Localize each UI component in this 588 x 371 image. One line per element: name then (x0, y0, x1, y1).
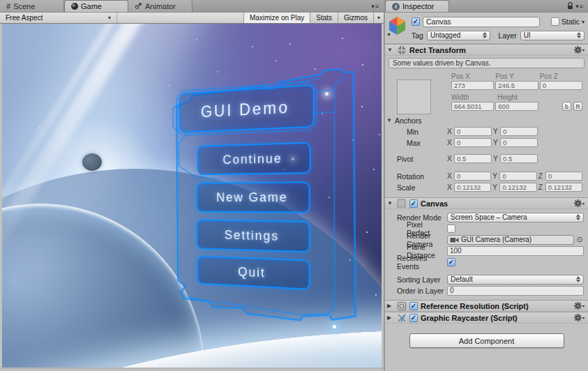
receives-events-label: Receives Events (385, 254, 447, 271)
canvas-component-header[interactable]: ▼ ✓ Canvas ▾ (385, 197, 588, 209)
gameobject-icon[interactable]: ▼ (387, 15, 408, 36)
pos-z-label: Pos Z (540, 73, 582, 80)
icon-picker-arrow: ▼ (386, 32, 391, 37)
rotation-x-field[interactable]: 0 (454, 172, 491, 181)
scale-label: Scale (385, 183, 447, 192)
axis-label: Y (492, 172, 497, 180)
pos-x-field[interactable]: 273 (451, 81, 494, 90)
blueprint-mode-button[interactable]: b (562, 102, 571, 111)
animator-icon (135, 2, 142, 10)
pivot-x-field[interactable]: 0.5 (454, 154, 492, 163)
starfield (2, 24, 3, 25)
pos-x-label: Pos X (451, 73, 494, 80)
gear-icon[interactable]: ▾ (574, 302, 585, 310)
new-game-button[interactable]: New Game (197, 181, 310, 213)
anchor-min-x-field[interactable]: 0 (454, 127, 492, 136)
order-in-layer-field[interactable]: 0 (447, 286, 584, 296)
gear-icon[interactable]: ▾ (574, 314, 585, 321)
receives-events-checkbox[interactable]: ✓ (447, 258, 455, 266)
max-label: Max (385, 139, 447, 147)
tab-inspector[interactable]: i Inspector (385, 0, 449, 12)
foldout-icon[interactable]: ▶ (387, 315, 393, 321)
anchor-min-y-field[interactable]: 0 (500, 127, 538, 136)
axis-label: Y (493, 155, 498, 162)
pane-menu-icon[interactable]: ▾≡ (371, 3, 379, 10)
tab-game-label: Game (81, 2, 102, 10)
anchors-foldout[interactable]: ▼ (386, 117, 393, 123)
pos-z-field[interactable]: 0 (540, 81, 582, 90)
height-field[interactable]: 600 (495, 102, 538, 111)
gizmos-dropdown-arrow[interactable]: ▾ (373, 13, 384, 23)
tab-animator[interactable]: Animator (128, 0, 193, 12)
axis-label: Y (493, 139, 498, 146)
gui-demo-panel: GUI Demo Continue New Game Settings Quit (170, 65, 359, 331)
pane-menu-icon[interactable]: ▾≡ (575, 3, 584, 10)
tab-scene[interactable]: # Scene (0, 0, 64, 12)
rect-transform-title: Rect Transform (409, 46, 466, 54)
reference-resolution-checkbox[interactable]: ✓ (409, 302, 418, 310)
tab-animator-label: Animator (145, 2, 176, 10)
gizmos-button[interactable]: Gizmos (338, 13, 373, 23)
canvas-enabled-checkbox[interactable]: ✓ (409, 199, 418, 208)
name-field[interactable]: Canvas (423, 17, 540, 27)
anchor-max-y-field[interactable]: 0 (500, 138, 538, 147)
graphic-raycaster-header[interactable]: ▶ ✓ Graphic Raycaster (Script) ▾ (385, 312, 588, 324)
lock-icon[interactable] (567, 2, 573, 10)
axis-label: X (447, 155, 452, 162)
left-tabbar: # Scene Game Animator ▾≡ (0, 0, 384, 13)
min-label: Min (385, 128, 447, 136)
scale-x-field[interactable]: 0.12132 (454, 183, 491, 192)
reference-resolution-header[interactable]: ▶ ✓ Reference Resolution (Script) ▾ (385, 300, 588, 312)
continue-button[interactable]: Continue (197, 142, 311, 176)
tab-game[interactable]: Game (64, 0, 128, 12)
pos-y-label: Pos Y (495, 73, 538, 80)
gear-icon[interactable]: ▾ (574, 199, 585, 207)
anchor-max-x-field[interactable]: 0 (454, 138, 492, 147)
tag-label: Tag (412, 31, 423, 40)
layer-dropdown[interactable]: UI (520, 31, 585, 40)
anchors-label: Anchors (395, 116, 422, 125)
plane-distance-field[interactable]: 100 (447, 246, 584, 256)
add-component-button[interactable]: Add Component (409, 333, 564, 348)
game-pane: # Scene Game Animator ▾≡ Free Aspect ▾ M… (0, 0, 384, 371)
static-dropdown-arrow[interactable]: ▾ (582, 19, 585, 25)
graphic-raycaster-checkbox[interactable]: ✓ (409, 314, 418, 322)
tab-inspector-label: Inspector (402, 2, 434, 10)
tag-dropdown[interactable]: Untagged (427, 31, 490, 40)
render-mode-dropdown[interactable]: Screen Space – Camera (447, 213, 584, 222)
inspector-tabbar: i Inspector ▾≡ (385, 0, 588, 13)
stats-button[interactable]: Stats (310, 13, 338, 23)
rotation-z-field[interactable]: 0 (545, 172, 582, 181)
scale-z-field[interactable]: 0.12132 (545, 183, 582, 192)
foldout-icon[interactable]: ▶ (387, 303, 393, 309)
maximize-on-play-button[interactable]: Maximize on Play (243, 13, 310, 23)
axis-label: X (447, 128, 452, 135)
width-field[interactable]: 664.5031 (451, 102, 494, 111)
foldout-icon[interactable]: ▼ (387, 200, 393, 206)
anchor-preset-box[interactable] (397, 80, 431, 114)
pixel-perfect-checkbox[interactable]: ✓ (447, 225, 455, 233)
aspect-dropdown[interactable]: Free Aspect ▾ (0, 13, 117, 23)
scene-icon: # (6, 2, 10, 10)
raw-edit-mode-button[interactable]: R (573, 102, 582, 111)
pos-y-field[interactable]: 246.5 (495, 81, 538, 90)
height-label: Height (497, 93, 542, 101)
gear-icon[interactable]: ▾ (574, 46, 585, 54)
window-edge (0, 368, 384, 370)
rect-transform-header[interactable]: ▼ Rect Transform ▾ (385, 44, 588, 56)
chevron-down-icon: ▾ (108, 15, 111, 21)
foldout-icon[interactable]: ▼ (387, 47, 393, 53)
scale-y-field[interactable]: 0.12132 (499, 183, 536, 192)
sorting-layer-label: Sorting Layer (385, 275, 447, 284)
game-viewport: GUI Demo Continue New Game Settings Quit (2, 24, 382, 368)
rotation-y-field[interactable]: 0 (499, 172, 536, 181)
render-camera-field[interactable]: GUI Camera (Camera) (447, 235, 574, 245)
pivot-y-field[interactable]: 0.5 (500, 154, 538, 163)
inspector-pane: i Inspector ▾≡ ▼ ✓ Canvas ✓ Static ▾ (384, 0, 588, 371)
static-checkbox[interactable]: ✓ (551, 17, 559, 26)
object-picker-icon[interactable]: ⊙ (575, 235, 584, 244)
settings-button[interactable]: Settings (197, 220, 310, 253)
active-checkbox[interactable]: ✓ (412, 17, 420, 26)
menu-title-plate: GUI Demo (179, 84, 315, 133)
sorting-layer-dropdown[interactable]: Default (447, 275, 584, 285)
